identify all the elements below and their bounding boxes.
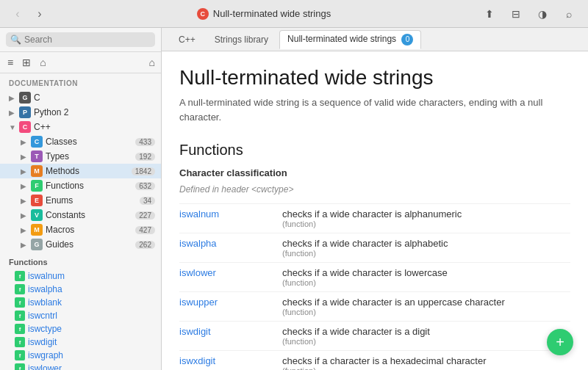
tag-icon-button[interactable]: ⌂: [38, 55, 47, 70]
sub-item-iswblank[interactable]: f iswblank: [0, 296, 161, 309]
sidebar-item-label: Macros: [46, 225, 135, 235]
macro-icon: M: [31, 224, 43, 236]
search-button[interactable]: ⌕: [559, 4, 579, 24]
func-sub-icon: f: [15, 271, 25, 281]
sub-item-label: iswgraph: [28, 350, 63, 360]
function-link[interactable]: iswupper: [179, 297, 273, 308]
sidebar-item-label: Enums: [46, 195, 140, 206]
arrow-icon: ▶: [21, 226, 31, 234]
content-scroll: Null-terminated wide strings A null-term…: [162, 51, 588, 370]
arrow-icon: ▶: [9, 109, 19, 117]
sidebar-icons: ≡ ⊞ ⌂ ⌂: [0, 52, 161, 73]
sidebar-item-functions[interactable]: ▶ F Functions 632: [0, 178, 161, 193]
sidebar-item-classes[interactable]: ▶ C Classes 433: [0, 134, 161, 149]
arrow-icon: ▶: [21, 197, 31, 205]
search-icon: 🔍: [10, 35, 21, 45]
function-desc: checks if a wide character is alphanumer…: [282, 208, 570, 220]
func-sub-icon: f: [15, 311, 25, 321]
forward-button[interactable]: ›: [31, 5, 49, 23]
table-row: iswupper checks if a wide character is a…: [179, 292, 570, 322]
function-link[interactable]: iswxdigit: [179, 355, 273, 366]
sub-item-iswcntrl[interactable]: f iswcntrl: [0, 309, 161, 322]
arrow-icon: ▶: [21, 167, 31, 175]
function-link[interactable]: iswdigit: [179, 326, 273, 337]
share-button[interactable]: ⬆: [479, 4, 500, 24]
sub-item-iswalnum[interactable]: f iswalnum: [0, 269, 161, 283]
sidebar-item-label: Constants: [46, 210, 135, 220]
section-title: Functions: [179, 142, 570, 159]
sub-item-iswdigit[interactable]: f iswdigit: [0, 335, 161, 349]
fab-button[interactable]: +: [547, 329, 573, 355]
tab-strings[interactable]: Strings library: [207, 31, 276, 48]
table-row: iswlower checks if a wide character is l…: [179, 263, 570, 292]
python-icon: P: [19, 106, 31, 118]
tab-nullterm[interactable]: Null-terminated wide strings 0: [279, 30, 421, 49]
defined-in: Defined in header <cwctype>: [179, 184, 570, 195]
titlebar: ‹ › C Null-terminated wide strings ⬆ ⊟ ◑…: [0, 0, 588, 28]
sidebar-content: DOCUMENTATION ▶ G C ▶ P Python 2 ▼ C C++…: [0, 73, 161, 370]
function-link[interactable]: iswalpha: [179, 238, 273, 249]
guide-icon: G: [31, 239, 43, 250]
func-sub-icon: f: [15, 297, 25, 308]
sidebar-item-macros[interactable]: ▶ M Macros 427: [0, 222, 161, 237]
function-type: (function): [282, 249, 570, 258]
item-count: 192: [135, 153, 155, 161]
item-count: 262: [135, 241, 155, 249]
item-count: 227: [135, 211, 155, 220]
sub-item-iswgraph[interactable]: f iswgraph: [0, 349, 161, 362]
sub-item-iswctype[interactable]: f iswctype: [0, 322, 161, 335]
item-count: 1842: [132, 167, 155, 175]
list-icon-button[interactable]: ≡: [6, 55, 15, 70]
sidebar-item-enums[interactable]: ▶ E Enums 34: [0, 193, 161, 208]
home-button[interactable]: ⌂: [149, 57, 155, 68]
sidebar-toolbar: 🔍: [0, 28, 161, 52]
function-link[interactable]: iswalnum: [179, 208, 273, 220]
func-sub-icon: f: [15, 284, 25, 294]
search-box[interactable]: 🔍: [6, 32, 155, 47]
sidebar: 🔍 ≡ ⊞ ⌂ ⌂ DOCUMENTATION ▶ G C ▶ P Python…: [0, 28, 162, 370]
nav-buttons: ‹ ›: [9, 5, 49, 23]
class-icon: C: [31, 136, 43, 148]
back-button[interactable]: ‹: [9, 5, 26, 23]
sub-item-iswalpha[interactable]: f iswalpha: [0, 283, 161, 296]
item-count: 632: [135, 182, 155, 190]
bookmark-button[interactable]: ⊟: [506, 4, 526, 24]
func-sub-icon: f: [15, 337, 25, 347]
function-type: (function): [282, 220, 570, 228]
arrow-icon: ▶: [21, 241, 31, 249]
search-input[interactable]: [24, 35, 151, 45]
item-count: 433: [135, 138, 155, 146]
tab-bar: C++ Strings library Null-terminated wide…: [162, 28, 588, 51]
title-area: C Null-terminated wide strings: [57, 8, 470, 20]
function-link[interactable]: iswlower: [179, 267, 273, 278]
title-icon: C: [197, 8, 209, 20]
theme-button[interactable]: ◑: [532, 4, 553, 24]
sub-item-iswlower[interactable]: f iswlower: [0, 362, 161, 370]
func-sub-icon: f: [15, 350, 25, 360]
sidebar-item-constants[interactable]: ▶ V Constants 227: [0, 208, 161, 222]
sidebar-item-python2[interactable]: ▶ P Python 2: [0, 105, 161, 120]
sidebar-item-methods[interactable]: ▶ M Methods 1842: [0, 164, 161, 178]
arrow-icon: ▶: [21, 138, 31, 146]
sub-item-label: iswblank: [28, 297, 62, 308]
func-icon: F: [31, 180, 43, 192]
enum-icon: E: [31, 195, 43, 206]
function-desc: checks if a character is a hexadecimal c…: [282, 355, 570, 366]
arrow-icon: ▶: [21, 211, 31, 220]
grid-icon-button[interactable]: ⊞: [21, 55, 32, 70]
const-icon: V: [31, 209, 43, 221]
page-description: A null-terminated wide string is a seque…: [179, 95, 570, 124]
sub-item-label: iswalnum: [28, 271, 65, 281]
arrow-icon: ▶: [9, 94, 19, 102]
sub-item-label: iswcntrl: [28, 311, 57, 321]
tab-cpp[interactable]: C++: [171, 31, 204, 48]
sidebar-item-c[interactable]: ▶ G C: [0, 90, 161, 105]
arrow-icon: ▼: [9, 123, 19, 131]
sidebar-item-cpp[interactable]: ▼ C C++: [0, 120, 161, 134]
function-type: (function): [282, 308, 570, 316]
type-icon: T: [31, 150, 43, 162]
method-icon: M: [31, 165, 43, 177]
arrow-icon: ▶: [21, 182, 31, 190]
sidebar-item-guides[interactable]: ▶ G Guides 262: [0, 237, 161, 252]
sidebar-item-types[interactable]: ▶ T Types 192: [0, 149, 161, 164]
